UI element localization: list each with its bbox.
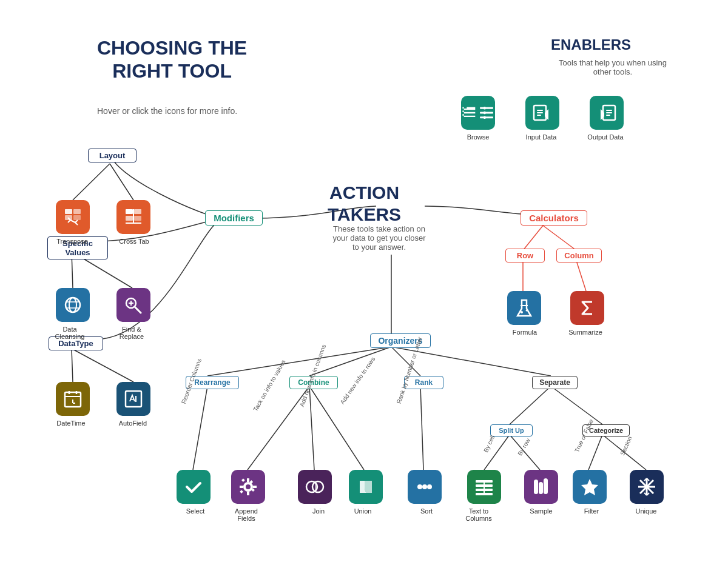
union-label: Union bbox=[342, 507, 384, 515]
svg-rect-31 bbox=[484, 112, 485, 115]
svg-marker-77 bbox=[581, 479, 598, 495]
text-to-columns-icon[interactable] bbox=[467, 470, 501, 504]
sample-icon[interactable] bbox=[524, 470, 558, 504]
svg-rect-30 bbox=[484, 107, 485, 110]
svg-point-62 bbox=[521, 311, 523, 313]
join-icon[interactable] bbox=[298, 470, 332, 504]
browse-label: Browse bbox=[457, 133, 499, 141]
output-data-icon[interactable] bbox=[590, 96, 624, 130]
svg-line-4 bbox=[72, 349, 73, 382]
row-category: Row bbox=[505, 249, 545, 263]
select-label: Select bbox=[174, 507, 217, 515]
svg-point-45 bbox=[69, 298, 76, 312]
svg-line-7 bbox=[543, 226, 576, 250]
autofield-icon[interactable] bbox=[116, 382, 150, 416]
action-takers-desc: These tools take action on your data to … bbox=[331, 224, 428, 252]
find-replace-label: Find & Replace bbox=[110, 326, 153, 340]
sort-icon[interactable] bbox=[408, 470, 442, 504]
svg-line-9 bbox=[576, 261, 586, 291]
unique-label: Unique bbox=[625, 507, 667, 515]
svg-rect-43 bbox=[134, 216, 141, 221]
tack-on-label: Tack on info to values bbox=[252, 358, 287, 412]
svg-line-24 bbox=[588, 435, 602, 470]
cross-tab-icon[interactable] bbox=[116, 200, 150, 234]
find-replace-icon[interactable] bbox=[116, 288, 150, 322]
formula-icon[interactable] bbox=[507, 291, 541, 325]
svg-point-67 bbox=[422, 484, 427, 489]
select-icon[interactable] bbox=[177, 470, 211, 504]
svg-line-18 bbox=[309, 386, 364, 470]
svg-rect-26 bbox=[467, 107, 475, 109]
page-subtitle: Hover or click the icons for more info. bbox=[97, 106, 237, 116]
layout-category: Layout bbox=[88, 149, 136, 162]
calculators-category: Calculators bbox=[521, 210, 587, 226]
action-takers-title: ACTION TAKERS bbox=[328, 182, 401, 226]
text-to-columns-label: Text to Columns bbox=[457, 507, 500, 522]
svg-line-39 bbox=[70, 220, 75, 222]
input-data-label: Input Data bbox=[520, 133, 562, 141]
svg-line-21 bbox=[551, 386, 602, 424]
svg-line-1 bbox=[110, 164, 133, 200]
enablers-title: ENABLERS bbox=[551, 36, 631, 53]
filter-icon[interactable] bbox=[573, 470, 607, 504]
modifiers-category: Modifiers bbox=[205, 210, 263, 226]
append-fields-label: Append Fields bbox=[225, 507, 268, 522]
datetime-label: DateTime bbox=[50, 420, 92, 427]
section-label: Section bbox=[619, 435, 633, 457]
join-label: Join bbox=[297, 507, 340, 515]
autofield-label: AutoField bbox=[112, 420, 154, 427]
summarize-label: Summarize bbox=[564, 329, 607, 336]
svg-rect-28 bbox=[480, 112, 493, 113]
split-up-category: Split Up bbox=[490, 424, 533, 437]
svg-line-17 bbox=[309, 386, 314, 470]
svg-rect-74 bbox=[534, 480, 538, 494]
data-cleansing-label: Data Cleansing bbox=[49, 326, 91, 340]
browse-icon[interactable] bbox=[461, 96, 495, 130]
by-row-label: By row bbox=[516, 437, 531, 457]
separate-category: Separate bbox=[532, 376, 578, 389]
summarize-icon[interactable] bbox=[570, 291, 604, 325]
svg-line-0 bbox=[73, 164, 110, 200]
svg-line-15 bbox=[193, 386, 207, 470]
svg-rect-35 bbox=[65, 209, 72, 214]
data-cleansing-icon[interactable] bbox=[56, 288, 90, 322]
unique-icon[interactable] bbox=[630, 470, 664, 504]
svg-rect-29 bbox=[480, 116, 493, 118]
svg-point-66 bbox=[417, 484, 422, 489]
svg-line-49 bbox=[135, 307, 141, 313]
transpose-icon[interactable] bbox=[56, 200, 90, 234]
svg-point-63 bbox=[526, 310, 528, 312]
svg-rect-76 bbox=[544, 478, 548, 494]
main-title: CHOOSING THE RIGHT TOOL bbox=[97, 36, 247, 83]
by-cell-label: By cell bbox=[482, 434, 496, 453]
add-new-rows-label: Add new info in rows bbox=[339, 356, 376, 406]
input-data-icon[interactable] bbox=[525, 96, 559, 130]
svg-rect-27 bbox=[480, 107, 493, 109]
transpose-label: Transpose bbox=[51, 238, 93, 245]
datetime-icon[interactable] bbox=[56, 382, 90, 416]
cross-tab-label: Cross Tab bbox=[113, 238, 155, 245]
svg-rect-38 bbox=[73, 215, 81, 220]
svg-point-44 bbox=[66, 298, 80, 312]
sort-label: Sort bbox=[405, 507, 448, 515]
output-data-label: Output Data bbox=[584, 133, 627, 141]
svg-rect-40 bbox=[126, 209, 133, 214]
svg-rect-42 bbox=[126, 216, 133, 221]
svg-rect-32 bbox=[484, 116, 485, 119]
union-icon[interactable] bbox=[349, 470, 383, 504]
svg-rect-75 bbox=[539, 482, 543, 494]
column-category: Column bbox=[556, 249, 602, 263]
enablers-subtitle: Tools that help you when using other too… bbox=[552, 58, 673, 76]
sample-label: Sample bbox=[520, 507, 562, 515]
svg-line-5 bbox=[72, 349, 133, 382]
svg-rect-41 bbox=[134, 209, 141, 214]
svg-line-19 bbox=[420, 386, 423, 470]
formula-label: Formula bbox=[504, 329, 546, 336]
append-fields-icon[interactable] bbox=[231, 470, 265, 504]
svg-point-68 bbox=[427, 484, 432, 489]
svg-line-6 bbox=[523, 226, 543, 250]
svg-line-20 bbox=[510, 386, 551, 424]
svg-rect-36 bbox=[73, 209, 81, 214]
filter-label: Filter bbox=[570, 507, 613, 515]
